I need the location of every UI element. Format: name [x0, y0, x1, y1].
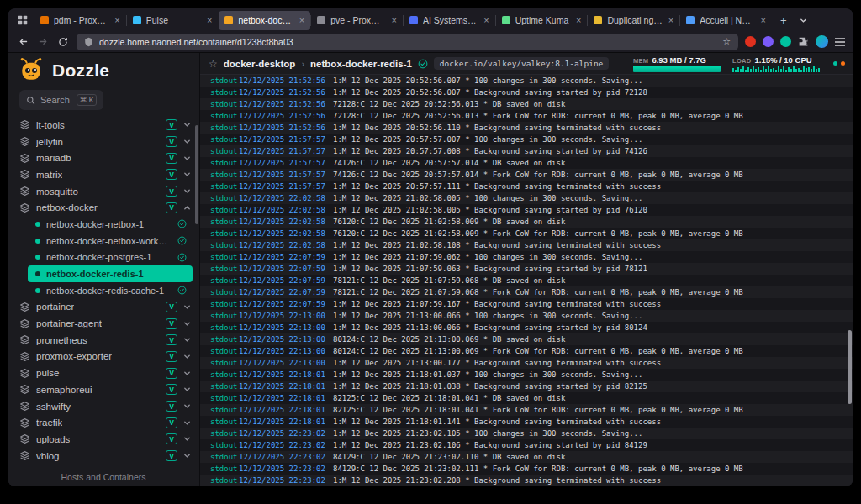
chevron-down-icon[interactable]: [183, 370, 191, 377]
sidebar-stack-item[interactable]: portainer V: [8, 299, 199, 316]
log-row[interactable]: stdout 12/12/2025 22:23:02 1:M 12 Dec 20…: [200, 439, 853, 451]
sidebar-stack-item[interactable]: semaphoreui V: [8, 381, 199, 398]
new-tab-button[interactable]: +: [775, 12, 792, 29]
chevron-down-icon[interactable]: [183, 155, 191, 162]
sidebar-container-item[interactable]: netbox-docker-netbox-worker-1: [28, 233, 193, 249]
log-row[interactable]: stdout 12/12/2025 22:07:59 1:M 12 Dec 20…: [200, 251, 853, 263]
chevron-down-icon[interactable]: [183, 204, 191, 212]
browser-tab[interactable]: Duplicati ngclient ×: [588, 11, 679, 30]
chevron-down-icon[interactable]: [183, 303, 191, 311]
log-row[interactable]: stdout 12/12/2025 21:57:57 74126:C 12 De…: [200, 157, 853, 169]
browser-tab[interactable]: netbox-docker-redis-1 - … ×: [219, 11, 310, 30]
extension-icon-red[interactable]: [745, 36, 756, 47]
log-scrollbar[interactable]: [848, 330, 852, 404]
sidebar-stack-item[interactable]: matrix V: [8, 166, 199, 183]
log-row[interactable]: stdout 12/12/2025 22:02:58 1:M 12 Dec 20…: [200, 239, 853, 251]
log-row[interactable]: stdout 12/12/2025 21:57:57 74126:C 12 De…: [200, 169, 853, 181]
tab-close-icon[interactable]: ×: [114, 16, 119, 25]
forward-button[interactable]: [36, 35, 50, 49]
chevron-down-icon[interactable]: [183, 452, 191, 459]
chevron-down-icon[interactable]: [183, 336, 191, 344]
log-row[interactable]: stdout 12/12/2025 22:07:59 78121:C 12 De…: [200, 275, 853, 286]
sidebar-stack-item[interactable]: pulse V: [8, 365, 199, 381]
favorite-star-icon[interactable]: ☆: [209, 59, 218, 69]
log-row[interactable]: stdout 12/12/2025 22:13:00 1:M 12 Dec 20…: [200, 357, 853, 369]
sidebar-scrollbar[interactable]: [195, 125, 198, 224]
sidebar-stack-item[interactable]: mosquitto V: [8, 183, 199, 200]
log-row[interactable]: stdout 12/12/2025 22:23:02 84129:C 12 De…: [200, 451, 853, 463]
sidebar-stack-item[interactable]: sshwifty V: [8, 398, 199, 415]
tab-close-icon[interactable]: ×: [299, 16, 304, 25]
chevron-down-icon[interactable]: [183, 138, 191, 145]
browser-tab[interactable]: pve - Proxmox ×: [311, 11, 403, 30]
back-button[interactable]: [16, 35, 29, 49]
search-input[interactable]: Search ⌘ K: [19, 90, 103, 110]
sidebar-stack-item[interactable]: vblog V: [8, 448, 199, 465]
log-row[interactable]: stdout 12/12/2025 22:18:01 1:M 12 Dec 20…: [200, 381, 853, 392]
chevron-down-icon[interactable]: [183, 435, 191, 443]
chevron-down-icon[interactable]: [183, 320, 191, 328]
sidebar-container-item[interactable]: netbox-docker-postgres-1: [28, 249, 193, 266]
account-avatar[interactable]: [816, 35, 828, 48]
puzzle-icon[interactable]: [798, 36, 809, 47]
chevron-down-icon[interactable]: [183, 187, 191, 195]
sidebar-stack-item[interactable]: proxmox-exporter V: [8, 349, 199, 365]
sidebar-stack-item[interactable]: uploads V: [8, 431, 199, 448]
chevron-down-icon[interactable]: [183, 171, 191, 178]
firefox-view-icon[interactable]: [14, 12, 31, 29]
log-row[interactable]: stdout 12/12/2025 22:13:00 1:M 12 Dec 20…: [200, 310, 853, 322]
log-row[interactable]: stdout 12/12/2025 22:13:00 1:M 12 Dec 20…: [200, 322, 853, 333]
url-bar[interactable]: dozzle.home.naoned.net/container/d1238cf…: [77, 34, 738, 50]
sidebar-stack-item[interactable]: netbox-docker V: [8, 199, 199, 216]
stderr-dot[interactable]: [841, 61, 845, 66]
sidebar-container-item[interactable]: netbox-docker-redis-cache-1: [28, 282, 193, 299]
log-row[interactable]: stdout 12/12/2025 21:57:57 1:M 12 Dec 20…: [200, 181, 853, 192]
sidebar-container-item[interactable]: netbox-docker-redis-1: [28, 265, 193, 282]
extension-icon-purple[interactable]: [763, 36, 774, 47]
log-row[interactable]: stdout 12/12/2025 21:52:56 72128:C 12 De…: [200, 110, 853, 122]
sidebar-stack-item[interactable]: portainer-agent V: [8, 315, 199, 332]
shield-icon[interactable]: [84, 37, 93, 47]
log-row[interactable]: stdout 12/12/2025 22:07:59 1:M 12 Dec 20…: [200, 298, 853, 310]
log-row[interactable]: stdout 12/12/2025 22:23:02 84129:C 12 De…: [200, 463, 853, 475]
log-row[interactable]: stdout 12/12/2025 22:23:02 1:M 12 Dec 20…: [200, 428, 853, 439]
chevron-down-icon[interactable]: [183, 353, 191, 360]
log-row[interactable]: stdout 12/12/2025 21:52:56 1:M 12 Dec 20…: [200, 87, 853, 98]
tab-close-icon[interactable]: ×: [207, 16, 212, 25]
tab-close-icon[interactable]: ×: [483, 16, 489, 25]
log-row[interactable]: stdout 12/12/2025 22:02:58 1:M 12 Dec 20…: [200, 192, 853, 204]
log-row[interactable]: stdout 12/12/2025 22:18:01 1:M 12 Dec 20…: [200, 416, 853, 428]
stdout-dot[interactable]: [833, 61, 837, 66]
log-row[interactable]: stdout 12/12/2025 22:07:59 1:M 12 Dec 20…: [200, 263, 853, 275]
tab-close-icon[interactable]: ×: [392, 16, 397, 25]
extension-icon-teal[interactable]: [780, 36, 791, 47]
app-logo[interactable]: Dozzle: [8, 53, 199, 85]
log-row[interactable]: stdout 12/12/2025 22:02:58 76120:C 12 De…: [200, 216, 853, 228]
reload-button[interactable]: [56, 35, 70, 49]
log-row[interactable]: stdout 12/12/2025 22:18:01 82125:C 12 De…: [200, 404, 853, 416]
log-row[interactable]: stdout 12/12/2025 22:18:01 82125:C 12 De…: [200, 392, 853, 404]
browser-tab[interactable]: Accueil | NetBox ×: [680, 11, 772, 30]
log-row[interactable]: stdout 12/12/2025 21:52:56 72128:C 12 De…: [200, 98, 853, 110]
breadcrumb-host[interactable]: docker-desktop: [224, 59, 296, 69]
log-row[interactable]: stdout 12/12/2025 22:23:02 1:M 12 Dec 20…: [200, 475, 853, 486]
log-row[interactable]: stdout 12/12/2025 21:52:56 1:M 12 Dec 20…: [200, 75, 853, 87]
browser-tab[interactable]: pdm - Proxmox Datacen… ×: [34, 11, 126, 30]
sidebar-stack-item[interactable]: mariadb V: [8, 150, 199, 166]
menu-icon[interactable]: [835, 38, 845, 46]
sidebar-stack-item[interactable]: jellyfin V: [8, 134, 199, 150]
sidebar-stack-item[interactable]: traefik V: [8, 414, 199, 431]
tab-close-icon[interactable]: ×: [760, 16, 765, 25]
tab-close-icon[interactable]: ×: [576, 16, 581, 25]
sidebar-container-item[interactable]: netbox-docker-netbox-1: [28, 216, 193, 233]
chevron-down-icon[interactable]: [183, 121, 191, 129]
browser-tab[interactable]: Pulse ×: [127, 11, 219, 30]
log-row[interactable]: stdout 12/12/2025 21:52:56 1:M 12 Dec 20…: [200, 122, 853, 134]
log-row[interactable]: stdout 12/12/2025 21:57:57 1:M 12 Dec 20…: [200, 145, 853, 157]
log-row[interactable]: stdout 12/12/2025 22:13:00 80124:C 12 De…: [200, 333, 853, 345]
log-row[interactable]: stdout 12/12/2025 22:02:58 76120:C 12 De…: [200, 228, 853, 239]
log-row[interactable]: stdout 12/12/2025 22:18:01 1:M 12 Dec 20…: [200, 369, 853, 381]
chevron-down-icon[interactable]: [183, 402, 191, 410]
image-badge[interactable]: docker.io/valkey/valkey:8.1-alpine: [434, 57, 609, 70]
browser-tab[interactable]: AI Systems / Beszel ×: [404, 11, 495, 30]
